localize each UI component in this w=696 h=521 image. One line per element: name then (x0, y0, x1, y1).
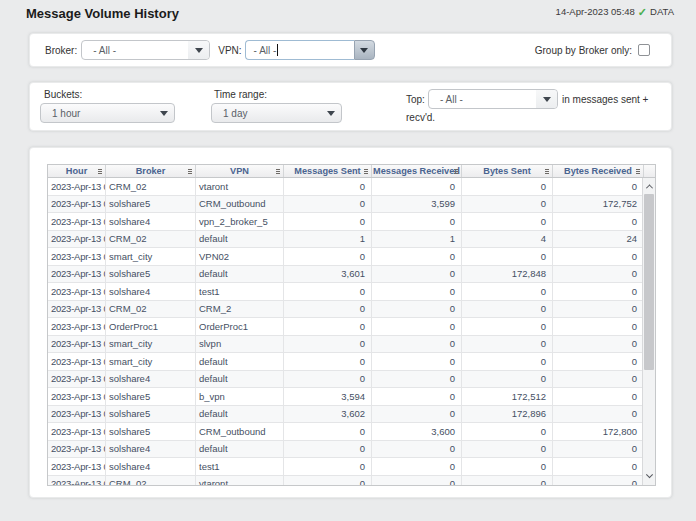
column-header-messages-sent[interactable]: Messages Sent (284, 165, 372, 177)
top-dropdown[interactable]: - All - (428, 89, 558, 109)
column-menu-icon[interactable] (364, 169, 368, 174)
table-panel: HourBrokerVPNMessages SentMessages Recei… (29, 147, 672, 498)
buckets-dropdown[interactable]: 1 hour (40, 103, 175, 123)
broker-label: Broker: (45, 45, 77, 56)
buckets-dropdown-arrow-icon (153, 104, 174, 122)
time-range-dropdown[interactable]: 1 day (211, 103, 342, 123)
table-cell: test1 (196, 458, 284, 475)
column-header-bytes-received[interactable]: Bytes Received (553, 165, 644, 177)
table-cell: 4 (462, 231, 553, 248)
table-cell: 0 (284, 178, 372, 195)
table-row[interactable]: 2023-Apr-13 0solshare5b_vpn3,5940172,512… (48, 388, 655, 406)
status-bar: 14-Apr-2023 05:48 ✓ DATA (556, 6, 674, 17)
table-cell: 0 (284, 283, 372, 300)
table-cell: OrderProc1 (106, 318, 196, 335)
table-cell: default (196, 406, 284, 423)
broker-dropdown[interactable]: - All - (81, 40, 210, 60)
table-cell: test1 (196, 283, 284, 300)
time-range-label: Time range: (214, 89, 267, 100)
table-cell: default (196, 371, 284, 388)
filter-bar: Broker: - All - VPN: - All - Group by Br… (29, 33, 672, 67)
scrollbar-thumb[interactable] (644, 194, 654, 370)
page-title: Message Volume History (26, 6, 179, 21)
table-cell: 2023-Apr-13 0 (48, 458, 106, 475)
table-row[interactable]: 2023-Apr-13 0smart_cityVPN020000 (48, 248, 655, 266)
header-scroll-corner (644, 165, 655, 177)
table-cell: 0 (284, 423, 372, 440)
column-header-bytes-sent[interactable]: Bytes Sent (462, 165, 553, 177)
table-cell: 3,599 (372, 196, 462, 213)
table-row[interactable]: 2023-Apr-13 0CRM_02CRM_20000 (48, 301, 655, 319)
table-cell: 0 (462, 196, 553, 213)
table-cell: smart_city (106, 353, 196, 370)
table-cell: 0 (553, 266, 644, 283)
table-row[interactable]: 2023-Apr-13 0CRM_02vtaront0000 (48, 178, 655, 196)
table-cell: solshare4 (106, 213, 196, 230)
column-header-vpn[interactable]: VPN (196, 165, 284, 177)
column-menu-icon[interactable] (545, 169, 549, 174)
column-menu-icon[interactable] (276, 169, 280, 174)
table-cell: 0 (284, 213, 372, 230)
chevron-up-icon (645, 184, 652, 191)
column-header-label: VPN (230, 166, 249, 176)
table-cell: 172,800 (553, 423, 644, 440)
table-cell: 2023-Apr-13 0 (48, 178, 106, 195)
group-by-broker-checkbox[interactable] (638, 44, 650, 56)
table-cell: CRM_02 (106, 301, 196, 318)
table-cell: 2023-Apr-13 0 (48, 213, 106, 230)
table-cell: solshare5 (106, 196, 196, 213)
table-cell: 0 (553, 458, 644, 475)
table-cell: 0 (553, 213, 644, 230)
column-menu-icon[interactable] (98, 169, 102, 174)
table-row[interactable]: 2023-Apr-13 0smart_citydefault0000 (48, 353, 655, 371)
vertical-scrollbar[interactable] (642, 178, 655, 485)
column-header-label: Messages Received (373, 166, 460, 176)
broker-dropdown-arrow-icon[interactable] (188, 41, 209, 59)
vpn-input[interactable]: - All - (245, 40, 354, 60)
table-cell: 0 (553, 178, 644, 195)
scroll-down-button[interactable] (643, 469, 655, 485)
table-cell: 0 (372, 353, 462, 370)
grid-body: 2023-Apr-13 0CRM_02vtaront00002023-Apr-1… (48, 178, 655, 485)
column-header-hour[interactable]: Hour (48, 165, 106, 177)
table-cell: 2023-Apr-13 0 (48, 336, 106, 353)
table-cell: 2023-Apr-13 0 (48, 441, 106, 458)
table-cell: solshare4 (106, 458, 196, 475)
table-cell: 0 (284, 301, 372, 318)
top-dropdown-arrow-icon[interactable] (536, 90, 557, 108)
top-label: Top: (406, 94, 425, 105)
table-row[interactable]: 2023-Apr-13 0solshare5default3,6020172,8… (48, 406, 655, 424)
column-header-broker[interactable]: Broker (106, 165, 196, 177)
time-range-dropdown-arrow-icon (320, 104, 341, 122)
options-bar: Buckets: 1 hour Time range: 1 day Top: -… (29, 82, 672, 131)
column-menu-icon[interactable] (188, 169, 192, 174)
column-menu-icon[interactable] (454, 169, 458, 174)
table-cell: 0 (553, 476, 644, 486)
table-cell: 2023-Apr-13 0 (48, 248, 106, 265)
table-cell: 0 (462, 458, 553, 475)
table-row[interactable]: 2023-Apr-13 0solshare4test10000 (48, 458, 655, 476)
table-row[interactable]: 2023-Apr-13 0CRM_02default11424 (48, 231, 655, 249)
table-cell: 0 (372, 476, 462, 486)
table-row[interactable]: 2023-Apr-13 0solshare4default0000 (48, 371, 655, 389)
table-cell: 1 (372, 231, 462, 248)
table-cell: vtaront (196, 178, 284, 195)
table-row[interactable]: 2023-Apr-13 0smart_cityslvpn0000 (48, 336, 655, 354)
table-cell: 2023-Apr-13 0 (48, 353, 106, 370)
scroll-up-button[interactable] (643, 178, 655, 194)
timestamp: 14-Apr-2023 05:48 (556, 6, 635, 17)
table-row[interactable]: 2023-Apr-13 0solshare5CRM_outbound03,599… (48, 196, 655, 214)
column-header-messages-received[interactable]: Messages Received (372, 165, 462, 177)
table-cell: smart_city (106, 248, 196, 265)
table-row[interactable]: 2023-Apr-13 0solshare4test10000 (48, 283, 655, 301)
table-row[interactable]: 2023-Apr-13 0solshare4vpn_2_broker_50000 (48, 213, 655, 231)
column-menu-icon[interactable] (636, 169, 640, 174)
vpn-dropdown-button[interactable] (354, 40, 375, 60)
table-cell: default (196, 441, 284, 458)
data-grid: HourBrokerVPNMessages SentMessages Recei… (47, 164, 656, 486)
table-row[interactable]: 2023-Apr-13 0CRM_02vtaront0000 (48, 476, 655, 486)
table-row[interactable]: 2023-Apr-13 0solshare5CRM_outbound03,600… (48, 423, 655, 441)
table-row[interactable]: 2023-Apr-13 0solshare5default3,6010172,8… (48, 266, 655, 284)
table-row[interactable]: 2023-Apr-13 0OrderProc1OrderProc10000 (48, 318, 655, 336)
table-row[interactable]: 2023-Apr-13 0solshare4default0000 (48, 441, 655, 459)
